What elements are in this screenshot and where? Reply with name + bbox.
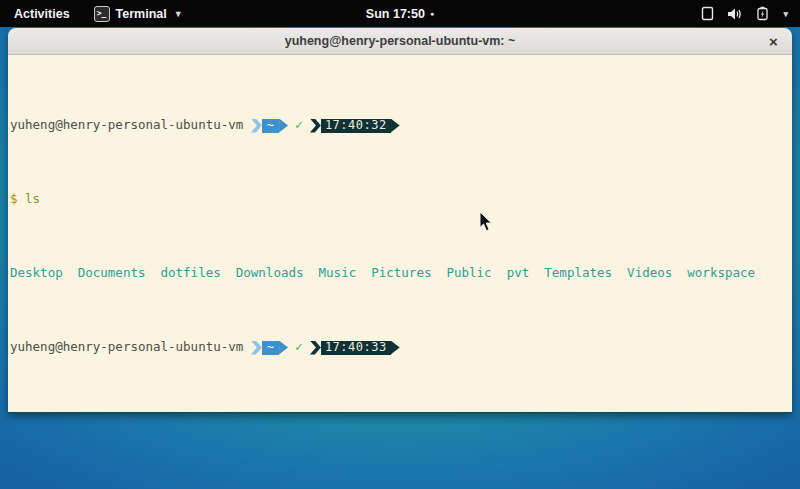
system-tray[interactable]: ▾ — [689, 0, 800, 27]
prompt-line-2: yuheng@henry-personal-ubuntu-vm ~ ✓ 17:4… — [10, 340, 790, 355]
window-title: yuheng@henry-personal-ubuntu-vm: ~ — [285, 34, 516, 48]
prompt-time-segment: 17:40:32 — [310, 119, 400, 133]
battery-charging-icon — [756, 6, 769, 21]
volume-icon — [727, 7, 743, 21]
typed-command: ls — [25, 192, 40, 207]
prompt-symbol: $ — [10, 192, 25, 207]
prompt-cwd-segment: ~ — [251, 341, 288, 355]
powerline-chevron-icon — [251, 119, 262, 133]
chevron-down-icon: ▾ — [783, 9, 788, 19]
notification-dot-icon: ● — [430, 10, 434, 17]
prompt-time: 17:40:32 — [321, 119, 391, 133]
terminal-content[interactable]: yuheng@henry-personal-ubuntu-vm ~ ✓ 17:4… — [8, 55, 792, 413]
check-icon: ✓ — [295, 340, 303, 355]
terminal-window: yuheng@henry-personal-ubuntu-vm: ~ × yuh… — [8, 28, 792, 413]
powerline-chevron-icon — [310, 119, 321, 133]
prompt-user-host: yuheng@henry-personal-ubuntu-vm — [10, 340, 251, 355]
chevron-down-icon: ▼ — [174, 9, 183, 19]
command-line: $ ls — [10, 192, 790, 207]
prompt-cwd: ~ — [262, 119, 279, 133]
powerline-arrow-icon — [391, 341, 400, 355]
prompt-time: 17:40:33 — [321, 341, 391, 355]
ls-output-line: Desktop Documents dotfiles Downloads Mus… — [10, 266, 790, 281]
clock-label: Sun 17:50 — [366, 7, 425, 21]
powerline-arrow-icon — [391, 119, 400, 133]
powerline-chevron-icon — [251, 341, 262, 355]
prompt-line-1: yuheng@henry-personal-ubuntu-vm ~ ✓ 17:4… — [10, 118, 790, 133]
prompt-time-segment: 17:40:33 — [310, 341, 400, 355]
powerline-chevron-icon — [310, 341, 321, 355]
close-button[interactable]: × — [763, 31, 784, 52]
prompt-cwd: ~ — [262, 341, 279, 355]
app-menu-terminal[interactable]: >_ Terminal ▼ — [84, 0, 193, 27]
powerline-arrow-icon — [279, 341, 288, 355]
check-icon: ✓ — [295, 118, 303, 133]
clock-button[interactable]: Sun 17:50 ● — [366, 7, 434, 21]
app-menu-label: Terminal — [116, 7, 167, 21]
prompt-cwd-segment: ~ — [251, 119, 288, 133]
prompt-user-host: yuheng@henry-personal-ubuntu-vm — [10, 118, 251, 133]
window-titlebar[interactable]: yuheng@henry-personal-ubuntu-vm: ~ × — [8, 28, 792, 55]
activities-button[interactable]: Activities — [0, 0, 84, 27]
powerline-arrow-icon — [279, 119, 288, 133]
display-icon — [701, 6, 714, 21]
terminal-icon: >_ — [94, 6, 110, 22]
top-bar: Activities >_ Terminal ▼ Sun 17:50 ● ▾ — [0, 0, 800, 27]
